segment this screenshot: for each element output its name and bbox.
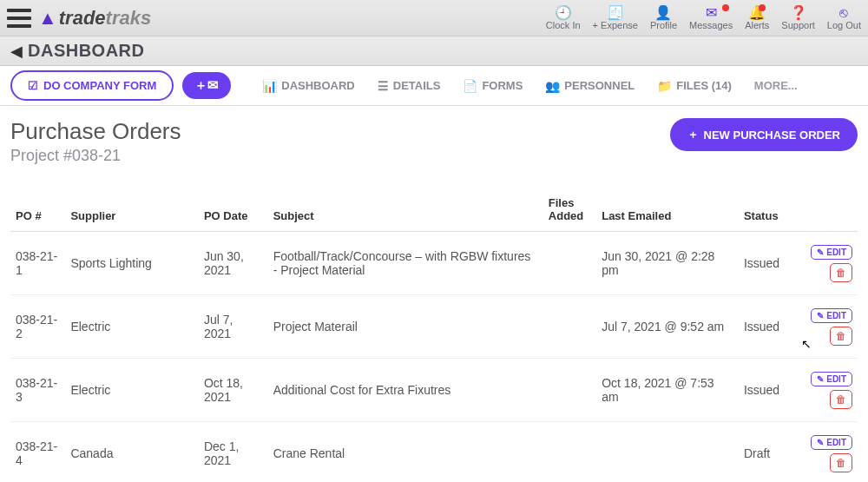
- th-subject[interactable]: Subject: [268, 189, 543, 232]
- company-form-label: DO COMPANY FORM: [43, 79, 156, 92]
- page-head: Purchase Orders Project #038-21 ＋NEW PUR…: [10, 118, 858, 165]
- new-po-label: NEW PURCHASE ORDER: [704, 129, 840, 142]
- cell-supplier: Sports Lighting: [65, 232, 198, 295]
- profile-label: Profile: [650, 20, 677, 30]
- cell-subject: Football/Track/Concourse – with RGBW fix…: [268, 232, 543, 295]
- breadcrumb[interactable]: DASHBOARD: [28, 41, 145, 61]
- cell-status: Issued: [739, 232, 801, 295]
- add-expense-button[interactable]: 🧾+ Expense: [593, 6, 638, 30]
- th-supplier[interactable]: Supplier: [65, 189, 198, 232]
- th-status[interactable]: Status: [739, 189, 801, 232]
- file-icon: 📁: [657, 79, 672, 93]
- logo-mark-icon: ▲: [38, 7, 57, 30]
- cell-podate: Jun 30, 2021: [199, 232, 268, 295]
- edit-button[interactable]: ✎ EDIT: [811, 435, 852, 450]
- new-purchase-order-button[interactable]: ＋NEW PURCHASE ORDER: [670, 118, 858, 151]
- tab-forms[interactable]: 📄FORMS: [456, 74, 529, 98]
- cell-subject: Additional Cost for Extra Fixutres: [268, 359, 543, 422]
- cell-podate: Jul 7, 2021: [199, 295, 268, 359]
- delete-button[interactable]: 🗑: [830, 453, 852, 472]
- tab-personnel-label: PERSONNEL: [564, 79, 635, 92]
- content: Purchase Orders Project #038-21 ＋NEW PUR…: [0, 106, 868, 482]
- page-title: Purchase Orders: [10, 118, 181, 145]
- cell-subject: Project Materail: [268, 295, 543, 359]
- tab-details-label: DETAILS: [393, 79, 441, 92]
- cell-podate: Oct 18, 2021: [199, 359, 268, 422]
- logout-icon: ⎋: [839, 6, 848, 20]
- th-po[interactable]: PO #: [10, 189, 65, 232]
- back-caret-icon[interactable]: ◀: [10, 42, 23, 61]
- cell-status: Issued: [739, 295, 801, 359]
- cell-emailed: Jul 7, 2021 @ 9:52 am: [596, 295, 739, 359]
- list-icon: ☰: [378, 79, 389, 93]
- plus-icon: ＋: [687, 127, 699, 142]
- compose-mail-button[interactable]: ＋✉: [182, 72, 231, 99]
- cell-subject: Crane Rental: [268, 422, 543, 483]
- cell-status: Draft: [739, 422, 801, 483]
- th-files[interactable]: Files Added: [543, 189, 596, 232]
- tab-dashboard[interactable]: 📊DASHBOARD: [255, 74, 362, 98]
- trash-icon: 🗑: [836, 267, 846, 279]
- profile-button[interactable]: 👤Profile: [650, 6, 677, 30]
- cell-actions: ✎ EDIT🗑: [800, 295, 858, 359]
- support-label: Support: [781, 20, 815, 30]
- th-podate[interactable]: PO Date: [199, 189, 268, 232]
- delete-button[interactable]: 🗑: [830, 327, 852, 346]
- edit-button[interactable]: ✎ EDIT: [811, 245, 852, 260]
- trash-icon: 🗑: [836, 330, 846, 342]
- form-icon: 📄: [463, 79, 477, 93]
- cell-status: Issued: [739, 359, 801, 422]
- logo[interactable]: ▲ tradetraks: [38, 7, 151, 30]
- support-button[interactable]: ❓Support: [781, 6, 815, 30]
- tab-personnel[interactable]: 👥PERSONNEL: [538, 74, 641, 98]
- breadcrumb-bar: ◀ DASHBOARD: [0, 36, 868, 66]
- cell-files: [543, 295, 596, 359]
- cell-supplier: Canada: [65, 422, 198, 483]
- delete-button[interactable]: 🗑: [830, 263, 852, 282]
- messages-badge-icon: [722, 4, 729, 11]
- cell-emailed: Oct 18, 2021 @ 7:53 am: [596, 359, 739, 422]
- cell-po: 038-21-4: [10, 422, 65, 483]
- gauge-icon: 📊: [262, 79, 277, 93]
- tab-more[interactable]: MORE...: [747, 74, 805, 97]
- tab-details[interactable]: ☰DETAILS: [371, 74, 448, 98]
- cell-actions: ✎ EDIT🗑: [800, 232, 858, 295]
- table-row: 038-21-2ElectricJul 7, 2021Project Mater…: [10, 295, 858, 359]
- cell-files: [543, 232, 596, 295]
- pencil-icon: ✎: [817, 248, 824, 257]
- logout-label: Log Out: [827, 20, 861, 30]
- envelope-icon: ✉: [706, 6, 717, 20]
- messages-button[interactable]: ✉Messages: [689, 6, 733, 30]
- cell-supplier: Electric: [65, 359, 198, 422]
- delete-button[interactable]: 🗑: [830, 390, 852, 409]
- alerts-badge-icon: [759, 4, 766, 11]
- cell-po: 038-21-2: [10, 295, 65, 359]
- th-emailed[interactable]: Last Emailed: [596, 189, 739, 232]
- table-row: 038-21-3ElectricOct 18, 2021Additional C…: [10, 359, 858, 422]
- tab-files[interactable]: 📁FILES (14): [650, 74, 739, 98]
- receipt-icon: 🧾: [607, 6, 624, 20]
- envelope-small-icon: ✉: [207, 77, 219, 92]
- logout-button[interactable]: ⎋Log Out: [827, 6, 861, 30]
- table-row: 038-21-4CanadaDec 1, 2021Crane RentalDra…: [10, 422, 858, 483]
- cell-po: 038-21-1: [10, 232, 65, 295]
- alerts-button[interactable]: 🔔Alerts: [745, 6, 769, 30]
- topbar: ▲ tradetraks 🕘Clock In 🧾+ Expense 👤Profi…: [0, 0, 868, 36]
- help-icon: ❓: [790, 6, 807, 20]
- cell-emailed: Jun 30, 2021 @ 2:28 pm: [596, 232, 739, 295]
- cell-files: [543, 422, 596, 483]
- clock-in-button[interactable]: 🕘Clock In: [546, 6, 581, 30]
- menu-hamburger[interactable]: [7, 9, 31, 28]
- purchase-orders-table: PO # Supplier PO Date Subject Files Adde…: [10, 189, 858, 482]
- cell-actions: ✎ EDIT🗑: [800, 359, 858, 422]
- edit-button[interactable]: ✎ EDIT: [811, 308, 852, 323]
- do-company-form-button[interactable]: ☑DO COMPANY FORM: [10, 70, 174, 101]
- th-actions: [800, 189, 858, 232]
- cell-supplier: Electric: [65, 295, 198, 359]
- edit-button[interactable]: ✎ EDIT: [811, 372, 852, 386]
- topbar-right: 🕘Clock In 🧾+ Expense 👤Profile ✉Messages …: [546, 6, 861, 30]
- people-icon: 👥: [545, 79, 560, 93]
- tab-files-label: FILES (14): [676, 79, 732, 92]
- clock-icon: 🕘: [555, 6, 572, 20]
- logo-trade: trade: [59, 7, 106, 30]
